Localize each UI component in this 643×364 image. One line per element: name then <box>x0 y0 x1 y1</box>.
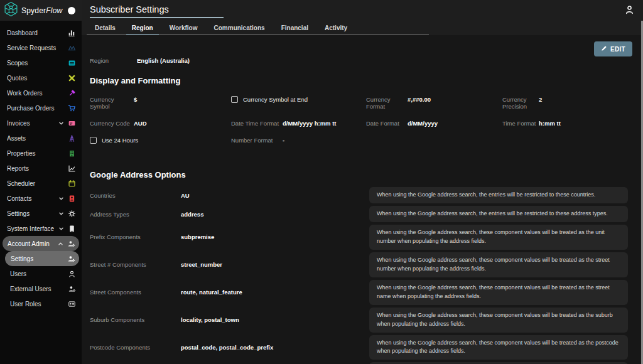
sidebar-subitem-settings[interactable]: Settings <box>5 251 79 266</box>
brand-name: SpyderFlow <box>21 6 62 15</box>
scopes-card-icon <box>67 58 76 67</box>
google-address-heading: Google Address Options <box>90 170 643 179</box>
sidebar-item-label: Quotes <box>7 75 67 82</box>
user-profile-icon[interactable] <box>624 4 635 18</box>
tab-financial[interactable]: Financial <box>273 21 316 35</box>
currency-format-field: Currency Format #,##0.00 <box>366 96 502 110</box>
address-option-help: When using the Google address search, th… <box>369 225 628 250</box>
sidebar-item-invoices[interactable]: Invoices <box>0 115 82 131</box>
sidebar-item-label: Properties <box>7 150 67 157</box>
use-24-hours-checkbox[interactable] <box>90 137 97 144</box>
tab-workflow[interactable]: Workflow <box>161 21 206 35</box>
date-time-format-field: Date Time Format d/MM/yyyy h:mm tt <box>231 120 366 127</box>
tab-communications[interactable]: Communications <box>206 21 273 35</box>
sidebar-item-label: Reports <box>7 165 67 172</box>
tab-divider <box>87 35 429 35</box>
sidebar-item-scheduler[interactable]: Scheduler <box>0 176 82 191</box>
gear-icon <box>67 209 76 218</box>
currency-symbol-field: Currency Symbol $ <box>90 96 231 110</box>
address-option-label: Postcode Components <box>90 344 181 351</box>
tab-region[interactable]: Region <box>124 21 161 35</box>
sidebar-item-label: System Interface <box>7 225 58 232</box>
sidebar-item-reports[interactable]: Reports <box>0 161 82 176</box>
sidebar-item-dashboard[interactable]: Dashboard <box>0 25 82 40</box>
sidebar: SpyderFlow Dashboard Service Requests Sc… <box>0 0 82 364</box>
sidebar-item-work-orders[interactable]: Work Orders <box>0 85 82 100</box>
logo-bar: SpyderFlow <box>0 0 82 21</box>
quotes-x-icon <box>67 73 76 82</box>
sidebar-item-quotes[interactable]: Quotes <box>0 70 82 85</box>
currency-code-field: Currency Code AUD <box>90 120 231 127</box>
address-option-value: route, natural_feature <box>181 289 369 296</box>
use-24-hours-field: Use 24 Hours <box>90 137 231 144</box>
tab-label: Region <box>132 24 153 31</box>
time-format-field: Time Format h:mm tt <box>502 120 643 127</box>
tab-label: Workflow <box>170 24 198 31</box>
person-gear-icon <box>67 239 75 248</box>
id-badge-icon <box>67 299 76 308</box>
edit-button[interactable]: EDIT <box>594 41 632 56</box>
address-option-label: Street # Components <box>90 261 181 268</box>
tab-label: Financial <box>281 24 308 31</box>
sidebar-item-service-requests[interactable]: Service Requests <box>0 40 82 55</box>
address-option-label: Address Types <box>90 211 181 218</box>
address-option-label: Countries <box>90 192 181 199</box>
sidebar-item-label: Scopes <box>7 60 67 67</box>
chevron-down-icon <box>58 226 64 232</box>
topbar: Subscriber Settings <box>82 0 643 21</box>
tab-bar: Details Region Workflow Communications F… <box>82 21 643 35</box>
person-icon <box>67 269 76 278</box>
calendar-icon <box>67 179 76 188</box>
sidebar-item-label: Scheduler <box>7 180 67 187</box>
address-option-help: When using the Google address search, th… <box>369 280 628 305</box>
tab-label: Communications <box>214 24 265 31</box>
display-formatting-heading: Display and Formatting <box>90 76 643 85</box>
sidebar-item-settings[interactable]: Settings <box>0 206 82 221</box>
cart-icon <box>67 104 76 112</box>
tab-details[interactable]: Details <box>87 21 124 35</box>
sidebar-item-purchase-orders[interactable]: Purchase Orders <box>0 100 82 115</box>
tab-label: Activity <box>325 24 347 31</box>
sidebar-item-system-interface[interactable]: System Interface <box>0 221 82 236</box>
bar-chart-icon <box>67 28 76 37</box>
tab-label: Details <box>95 24 116 31</box>
address-option-row: Postcode Components postal_code, postal_… <box>90 335 643 360</box>
sidebar-subitem-user-roles[interactable]: User Roles <box>0 296 82 311</box>
sidebar-item-assets[interactable]: Assets <box>0 131 82 146</box>
app-window: SpyderFlow Dashboard Service Requests Sc… <box>0 0 643 364</box>
chevron-down-icon <box>58 211 64 217</box>
sidebar-item-label: Contacts <box>7 195 58 202</box>
currency-symbol-at-end-field: Currency Symbol at End <box>231 96 366 110</box>
sidebar-item-scopes[interactable]: Scopes <box>0 55 82 70</box>
sidebar-item-properties[interactable]: Properties <box>0 146 82 161</box>
sidebar-subitem-users[interactable]: Users <box>0 266 82 281</box>
google-address-section: Google Address Options Countries AU When… <box>90 170 643 364</box>
sidebar-item-label: Account Admin <box>8 240 58 247</box>
content: EDIT Region English (Australia) Display … <box>82 35 643 364</box>
address-option-help: When using the Google address search, th… <box>369 252 628 277</box>
main-area: Subscriber Settings Details Region Workf… <box>82 0 643 364</box>
sidebar-item-account-admin[interactable]: Account Admin <box>3 236 79 251</box>
building-icon <box>67 149 76 158</box>
currency-symbol-at-end-checkbox[interactable] <box>231 96 238 103</box>
address-option-row: Suburb Components locality, postal_town … <box>90 308 643 333</box>
sidebar-item-label: Purchase Orders <box>7 105 67 112</box>
sidebar-collapse-toggle[interactable] <box>68 7 75 14</box>
address-option-rows: Countries AU When using the Google addre… <box>90 187 643 364</box>
address-option-row: Address Types address When using the Goo… <box>90 206 643 222</box>
sidebar-item-label: Settings <box>7 210 58 217</box>
person-gear-icon <box>67 254 75 263</box>
sidebar-item-label: Dashboard <box>7 29 67 36</box>
sidebar-nav: Dashboard Service Requests Scopes Quotes… <box>0 21 82 311</box>
tab-activity[interactable]: Activity <box>316 21 355 35</box>
address-option-row: Prefix Components subpremise When using … <box>90 225 643 250</box>
address-option-help: When using the Google address search, th… <box>369 187 628 203</box>
address-option-help: When using the Google address search, th… <box>369 308 628 333</box>
address-option-value: AU <box>181 192 369 199</box>
sidebar-subitem-external-users[interactable]: External Users <box>0 281 82 296</box>
line-chart-icon <box>67 164 76 173</box>
sidebar-item-contacts[interactable]: Contacts <box>0 191 82 206</box>
date-format-field: Date Format d/MM/yyyy <box>366 120 502 127</box>
region-field: Region English (Australia) <box>90 57 643 64</box>
chevron-up-icon <box>58 241 63 247</box>
